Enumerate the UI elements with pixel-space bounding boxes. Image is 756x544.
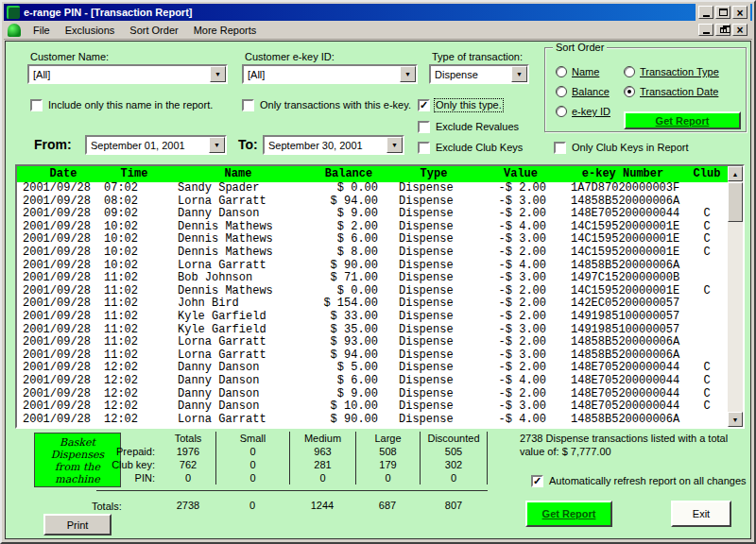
from-date-select[interactable]: September 01, 2001 (85, 135, 227, 155)
cell-name: Danny Danson (164, 375, 312, 388)
table-row[interactable]: 2001/09/2812:02Danny Danson$ 9.00Dispens… (17, 388, 728, 401)
summary-value: 762 (161, 458, 215, 471)
sort-option-name[interactable]: Name (556, 66, 610, 77)
chevron-down-icon[interactable] (400, 66, 416, 82)
maximize-button[interactable] (715, 6, 730, 19)
cell-club: C (686, 400, 728, 414)
table-row[interactable]: 2001/09/2811:02Kyle Garfield$ 33.00Dispe… (17, 311, 728, 324)
sort-option-balance[interactable]: Balance (556, 86, 610, 97)
exclude-revalues-checkbox[interactable]: Exclude Revalues (418, 121, 520, 133)
table-row[interactable]: 2001/09/2812:02Danny Danson$ 5.00Dispens… (17, 362, 728, 375)
table-row[interactable]: 2001/09/2811:02Dennis Mathews$ 0.00Dispe… (17, 285, 728, 298)
cell-type: Dispense (386, 414, 482, 427)
vertical-scrollbar[interactable] (728, 166, 743, 427)
menu-file[interactable]: File (26, 23, 58, 38)
to-date-select[interactable]: September 30, 2001 (263, 135, 404, 155)
cell-type: Dispense (386, 298, 482, 311)
table-row[interactable]: 2001/09/2810:02Dennis Mathews$ 2.00Dispe… (17, 221, 728, 234)
cell-time: 07:02 (104, 182, 164, 196)
cell-name: Danny Danson (164, 208, 312, 221)
sort-option-e-key-id[interactable]: e-key ID (556, 106, 610, 117)
menu-exclusions[interactable]: Exclusions (58, 23, 123, 38)
cell-value: -$ 3.00 (482, 233, 559, 246)
cell-balance: $ 5.00 (312, 362, 386, 375)
only-this-type-checkbox[interactable]: Only this type. (418, 99, 503, 111)
table-row[interactable]: 2001/09/2810:02Lorna Garratt$ 90.00Dispe… (17, 260, 728, 273)
summary-value: 508 (355, 445, 420, 458)
scroll-up-icon[interactable] (728, 166, 743, 181)
get-report-button-bottom[interactable]: Get Report (525, 501, 612, 527)
window-title: e-range PIN - [Transaction Report] (24, 7, 192, 18)
titlebar[interactable]: e-range PIN - [Transaction Report] (4, 4, 752, 21)
customer-name-select[interactable]: [All] (27, 64, 228, 84)
cell-club (686, 272, 728, 285)
chevron-down-icon[interactable] (210, 66, 226, 82)
chevron-down-icon[interactable] (209, 137, 225, 153)
close-icon (736, 6, 743, 20)
exclude-revalues-checkbox-label: Exclude Revalues (435, 121, 520, 133)
get-report-button-top[interactable]: Get Report (624, 111, 741, 129)
scroll-down-icon[interactable] (728, 412, 743, 427)
mdi-minimize-button[interactable] (698, 24, 713, 36)
cell-type: Dispense (386, 196, 482, 209)
print-button[interactable]: Print (43, 514, 112, 536)
transaction-type-select[interactable]: Dispense (429, 64, 529, 84)
radio-icon (624, 66, 635, 77)
cell-balance: $ 6.00 (312, 233, 386, 246)
cell-type: Dispense (386, 336, 482, 349)
mdi-close-button[interactable] (732, 24, 747, 36)
table-row[interactable]: 2001/09/2810:02Dennis Mathews$ 6.00Dispe… (17, 233, 728, 246)
cell-date: 2001/09/28 (23, 208, 104, 221)
table-row[interactable]: 2001/09/2809:02Danny Danson$ 9.00Dispens… (17, 208, 728, 221)
table-row[interactable]: 2001/09/2811:02John Bird$ 154.00Dispense… (17, 298, 728, 311)
cell-time: 11:02 (104, 324, 164, 337)
chevron-down-icon[interactable] (511, 66, 527, 82)
header-date: Date (23, 166, 104, 182)
scrollbar-thumb[interactable] (728, 182, 743, 222)
summary-value: 0 (215, 445, 289, 458)
sort-option-transaction-type[interactable]: Transaction Type (624, 66, 719, 77)
table-row[interactable]: 2001/09/2811:02Bob Johnson$ 71.00Dispens… (17, 272, 728, 285)
app-menu-icon[interactable] (8, 24, 21, 37)
exclude-club-keys-checkbox[interactable]: Exclude Club Keys (418, 142, 524, 154)
cell-value: -$ 4.00 (482, 221, 559, 234)
table-row[interactable]: 2001/09/2811:02Lorna Garratt$ 94.00Dispe… (17, 349, 728, 363)
only-club-keys-checkbox[interactable]: Only Club Keys in Report (554, 142, 690, 154)
table-row[interactable]: 2001/09/2808:02Lorna Garratt$ 94.00Dispe… (17, 196, 728, 209)
table-row[interactable]: 2001/09/2811:02Lorna Garratt$ 93.00Dispe… (17, 336, 728, 349)
sort-option-transaction-date[interactable]: Transaction Date (624, 86, 719, 97)
cell-date: 2001/09/28 (23, 182, 104, 196)
customer-ekey-select[interactable]: [All] (242, 64, 418, 84)
table-row[interactable]: 2001/09/2807:02Sandy Spader$ 0.00Dispens… (17, 182, 728, 196)
cell-time: 12:02 (104, 362, 164, 375)
mdi-restore-button[interactable] (715, 24, 730, 36)
table-row[interactable]: 2001/09/2811:02Kyle Garfield$ 35.00Dispe… (17, 324, 728, 337)
menu-sort-order[interactable]: Sort Order (122, 23, 185, 38)
minimize-button[interactable] (698, 6, 713, 19)
header-type: Type (386, 166, 482, 182)
table-row[interactable]: 2001/09/2812:02Danny Danson$ 6.00Dispens… (17, 375, 728, 388)
include-name-checkbox[interactable]: Include only this name in the report. (30, 99, 214, 111)
cell-club (686, 182, 728, 196)
cell-balance: $ 9.00 (312, 208, 386, 221)
table-row[interactable]: 2001/09/2812:02Lorna Garratt$ 90.00Dispe… (17, 414, 728, 427)
table-row[interactable]: 2001/09/2812:02Danny Danson$ 10.00Dispen… (17, 400, 728, 414)
table-row[interactable]: 2001/09/2810:02Dennis Mathews$ 8.00Dispe… (17, 246, 728, 260)
summary-row-label: Club key: (96, 458, 161, 471)
cell-type: Dispense (386, 349, 482, 363)
cell-time: 11:02 (104, 272, 164, 285)
exit-button[interactable]: Exit (671, 501, 731, 527)
cell-club (686, 324, 728, 337)
auto-refresh-checkbox[interactable]: Automatically refresh report on all chan… (531, 475, 747, 487)
chevron-down-icon[interactable] (387, 137, 403, 153)
only-ekey-checkbox[interactable]: Only transactions with this e-key. (242, 99, 412, 111)
cell-balance: $ 0.00 (312, 285, 386, 298)
cell-e-key-number: 14C159520000001E (559, 285, 686, 298)
cell-time: 11:02 (104, 349, 164, 363)
close-button[interactable] (732, 6, 747, 19)
menu-more-reports[interactable]: More Reports (186, 23, 265, 38)
to-label: To: (238, 137, 258, 152)
checkbox-icon (418, 121, 430, 133)
cell-balance: $ 0.00 (312, 182, 386, 196)
cell-club: C (686, 246, 728, 260)
